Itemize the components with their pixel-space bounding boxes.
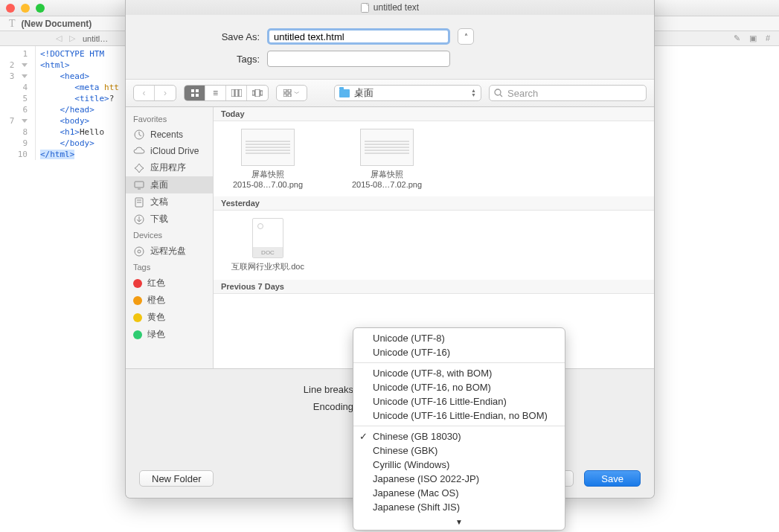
document-icon [361, 3, 369, 13]
list-view-button[interactable]: ≡ [205, 86, 226, 100]
svg-line-16 [500, 94, 502, 97]
section-yesterday: Yesterday [214, 196, 654, 211]
document-title: (New Document) [22, 19, 92, 29]
sidebar-item-label: 桌面 [150, 179, 168, 191]
disc-icon [133, 246, 145, 257]
sidebar-tags-header: Tags [126, 260, 213, 275]
collapse-toggle-button[interactable]: ˄ [458, 28, 474, 45]
svg-rect-1 [191, 89, 194, 92]
sidebar-item-downloads[interactable]: 下载 [126, 211, 213, 228]
search-placeholder: Search [507, 88, 538, 99]
cloud-icon [133, 145, 145, 157]
chevron-down-icon: ▼ [455, 518, 463, 526]
svg-rect-2 [196, 89, 199, 92]
sidebar-item-label: 红色 [147, 277, 165, 289]
file-item[interactable]: 屏幕快照 2015-08…7.00.png [219, 129, 316, 189]
chevron-left-icon: ‹ [143, 88, 146, 98]
sidebar-item-icloud[interactable]: iCloud Drive [126, 143, 213, 159]
encoding-option[interactable]: Unicode (UTF-16 Little-Endian) [353, 394, 565, 408]
sidebar-item-documents[interactable]: 文稿 [126, 193, 213, 211]
new-folder-button[interactable]: New Folder [139, 470, 214, 487]
encoding-option[interactable]: Chinese (GBK) [353, 443, 565, 458]
stack-icon[interactable]: ▣ [749, 33, 757, 43]
sidebar-devices-header: Devices [126, 228, 213, 243]
folder-icon [339, 89, 350, 97]
encoding-option[interactable]: Japanese (Shift JIS) [353, 500, 565, 514]
arrange-button[interactable]: ﹀ [277, 86, 307, 100]
sidebar-item-apps[interactable]: 应用程序 [126, 159, 213, 176]
sidebar-tag-red[interactable]: 红色 [126, 275, 213, 292]
zoom-window-button[interactable] [36, 4, 45, 13]
svg-point-25 [138, 250, 141, 253]
encoding-option[interactable]: Unicode (UTF-16 Little-Endian, no BOM) [353, 408, 565, 423]
tags-label: Tags: [141, 54, 260, 65]
path-label: 桌面 [354, 86, 374, 100]
encoding-option[interactable]: Cyrillic (Windows) [353, 458, 565, 472]
coverflow-view-button[interactable] [247, 86, 268, 100]
image-thumbnail [241, 129, 295, 166]
search-input[interactable]: Search [489, 85, 647, 101]
nav-back-icon[interactable]: ◁ [56, 33, 62, 43]
file-item[interactable]: DOC 互联网行业求职.doc [219, 218, 316, 272]
saveas-label: Save As: [141, 31, 260, 42]
sidebar-item-remote-disc[interactable]: 远程光盘 [126, 243, 213, 260]
tag-dot-icon [133, 330, 142, 339]
sidebar-tag-yellow[interactable]: 黄色 [126, 309, 213, 326]
code-editor[interactable]: <!DOCTYPE HTM <html> <head> <meta htt <t… [36, 46, 119, 160]
tags-input[interactable] [267, 51, 450, 67]
nav-fwd-icon[interactable]: ▷ [69, 33, 75, 43]
arrange-icon: ﹀ [283, 89, 300, 97]
encoding-option-selected[interactable]: ✓Chinese (GB 18030) [353, 429, 565, 443]
icon-view-button[interactable] [185, 86, 205, 100]
file-subname: 2015-08…7.02.png [339, 180, 435, 189]
desktop-icon [133, 179, 145, 191]
doc-thumbnail: DOC [252, 218, 283, 258]
sidebar-item-label: 橙色 [147, 294, 165, 307]
column-view-button[interactable] [226, 86, 247, 100]
file-item[interactable]: 屏幕快照 2015-08…7.02.png [339, 129, 435, 189]
list-icon: ≡ [213, 88, 218, 98]
svg-rect-9 [255, 89, 260, 97]
finder-sidebar: Favorites Recents iCloud Drive 应用程序 桌面 文… [126, 107, 214, 368]
sidebar-item-label: Recents [150, 129, 183, 140]
svg-rect-5 [231, 89, 234, 97]
minimize-window-button[interactable] [21, 4, 30, 13]
menu-scroll-down[interactable]: ▼ [353, 514, 565, 530]
encoding-option[interactable]: Japanese (Mac OS) [353, 486, 565, 500]
svg-rect-8 [252, 91, 254, 95]
svg-rect-10 [260, 91, 263, 95]
path-dropdown[interactable]: 桌面 ▲▼ [334, 85, 481, 101]
editor-tab[interactable]: untitl… [83, 34, 108, 43]
linebreaks-label: Line breaks [141, 384, 353, 395]
svg-point-15 [495, 89, 501, 95]
encoding-option[interactable]: Unicode (UTF-8, with BOM) [353, 366, 565, 380]
sidebar-tag-green[interactable]: 绿色 [126, 326, 213, 343]
downloads-icon [133, 214, 145, 225]
file-name: 屏幕快照 [219, 169, 316, 180]
nav-forward-button[interactable]: › [155, 86, 176, 100]
nav-back-button[interactable]: ‹ [134, 86, 155, 100]
sidebar-item-recents[interactable]: Recents [126, 126, 213, 143]
encoding-option[interactable]: Unicode (UTF-16) [353, 345, 565, 359]
sidebar-item-label: iCloud Drive [150, 146, 199, 156]
sidebar-tag-orange[interactable]: 橙色 [126, 292, 213, 309]
sidebar-item-desktop[interactable]: 桌面 [126, 176, 213, 193]
saveas-input[interactable] [267, 28, 450, 45]
columns-icon [231, 89, 242, 97]
pencil-icon[interactable]: ✎ [734, 33, 740, 43]
svg-rect-14 [288, 94, 291, 97]
encoding-option[interactable]: Unicode (UTF-8) [353, 331, 565, 345]
sheet-title-text: untitled text [374, 2, 419, 13]
close-window-button[interactable] [6, 4, 15, 13]
sidebar-item-label: 黄色 [147, 311, 165, 324]
sheet-titlebar: untitled text [126, 0, 654, 15]
encoding-option[interactable]: Japanese (ISO 2022-JP) [353, 472, 565, 486]
svg-rect-13 [283, 94, 286, 97]
svg-rect-6 [235, 89, 238, 97]
grid-icon [190, 89, 199, 97]
documents-icon [133, 196, 145, 208]
svg-rect-12 [288, 89, 291, 92]
encoding-option[interactable]: Unicode (UTF-16, no BOM) [353, 380, 565, 394]
hash-icon[interactable]: # [766, 33, 770, 43]
save-button[interactable]: Save [584, 470, 641, 487]
